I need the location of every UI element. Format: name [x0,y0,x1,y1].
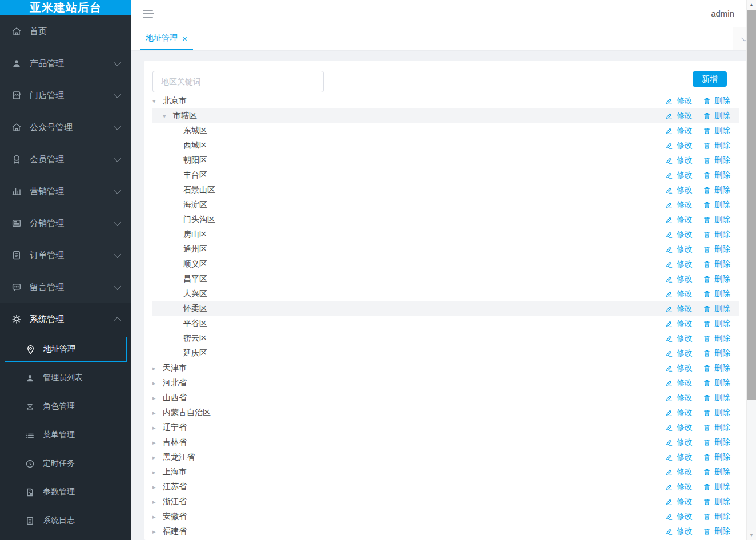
edit-button[interactable]: 修改 [665,422,693,433]
delete-button[interactable]: 删除 [703,244,730,255]
edit-button[interactable]: 修改 [665,482,693,492]
caret-open-icon[interactable]: ▾ [163,112,173,120]
edit-button[interactable]: 修改 [665,155,693,166]
delete-button[interactable]: 删除 [703,348,730,358]
delete-button[interactable]: 删除 [703,289,730,299]
tree-row[interactable]: ▸天津市修改删除 [152,361,739,376]
sidebar-item-3[interactable]: 公众号管理 [0,111,131,143]
delete-button[interactable]: 删除 [703,333,730,344]
sidebar-item-4[interactable]: 会员管理 [0,143,131,175]
caret-closed-icon[interactable]: ▸ [152,528,163,535]
page-scrollbar[interactable]: ▲ ▼ [746,0,756,540]
tree-row[interactable]: ▸上海市修改删除 [152,465,739,479]
caret-closed-icon[interactable]: ▸ [152,498,163,506]
edit-button[interactable]: 修改 [665,126,693,136]
delete-button[interactable]: 删除 [703,467,730,477]
user-menu[interactable]: admin [711,9,734,18]
tree-row[interactable]: 怀柔区修改删除 [152,301,739,316]
edit-button[interactable]: 修改 [665,215,693,225]
edit-button[interactable]: 修改 [665,437,693,448]
submenu-item-0[interactable]: 地址管理 [5,337,127,362]
sidebar-item-2[interactable]: 门店管理 [0,79,131,111]
submenu-item-1[interactable]: 管理员列表 [0,364,131,392]
edit-button[interactable]: 修改 [665,393,693,403]
caret-closed-icon[interactable]: ▸ [152,454,163,461]
tree-row[interactable]: ▸安徽省修改删除 [152,509,739,524]
delete-button[interactable]: 删除 [703,185,730,195]
delete-button[interactable]: 删除 [703,126,730,136]
delete-button[interactable]: 删除 [703,319,730,329]
edit-button[interactable]: 修改 [665,363,693,373]
caret-closed-icon[interactable]: ▸ [152,424,163,432]
delete-button[interactable]: 删除 [703,170,730,180]
caret-closed-icon[interactable]: ▸ [152,439,163,446]
delete-button[interactable]: 删除 [703,215,730,225]
tree-row[interactable]: ▸吉林省修改删除 [152,435,739,450]
edit-button[interactable]: 修改 [665,140,693,151]
caret-closed-icon[interactable]: ▸ [152,365,163,372]
tree-row[interactable]: 朝阳区修改删除 [152,153,739,168]
tree-row[interactable]: 石景山区修改删除 [152,183,739,198]
tree-row[interactable]: 西城区修改删除 [152,138,739,153]
edit-button[interactable]: 修改 [665,408,693,418]
caret-closed-icon[interactable]: ▸ [152,469,163,476]
sidebar-item-9[interactable]: 系统管理 [0,303,131,335]
edit-button[interactable]: 修改 [665,244,693,255]
tree-row[interactable]: 通州区修改删除 [152,242,739,257]
sidebar-item-7[interactable]: 订单管理 [0,239,131,271]
edit-button[interactable]: 修改 [665,229,693,240]
submenu-item-4[interactable]: 定时任务 [0,449,131,478]
delete-button[interactable]: 删除 [703,408,730,418]
tree-row[interactable]: 延庆区修改删除 [152,346,739,361]
submenu-item-5[interactable]: 参数管理 [0,478,131,506]
tree-row[interactable]: 海淀区修改删除 [152,198,739,212]
edit-button[interactable]: 修改 [665,526,693,537]
sidebar-item-0[interactable]: 首页 [0,15,131,47]
delete-button[interactable]: 删除 [703,422,730,433]
tree-row[interactable]: ▸内蒙古自治区修改删除 [152,405,739,420]
add-button[interactable]: 新增 [693,71,727,87]
edit-button[interactable]: 修改 [665,111,693,121]
edit-button[interactable]: 修改 [665,511,693,522]
tree-row[interactable]: ▸浙江省修改删除 [152,494,739,509]
tree-row[interactable]: ▸黑龙江省修改删除 [152,450,739,465]
tab-close-icon[interactable]: × [182,34,187,43]
delete-button[interactable]: 删除 [703,393,730,403]
delete-button[interactable]: 删除 [703,497,730,507]
edit-button[interactable]: 修改 [665,452,693,462]
edit-button[interactable]: 修改 [665,497,693,507]
edit-button[interactable]: 修改 [665,289,693,299]
edit-button[interactable]: 修改 [665,467,693,477]
scroll-up-icon[interactable]: ▲ [747,0,756,10]
delete-button[interactable]: 删除 [703,96,730,106]
region-search-input[interactable] [152,71,324,92]
sidebar-item-8[interactable]: 留言管理 [0,271,131,303]
edit-button[interactable]: 修改 [665,319,693,329]
sidebar-item-1[interactable]: 产品管理 [0,47,131,79]
delete-button[interactable]: 删除 [703,274,730,284]
edit-button[interactable]: 修改 [665,259,693,269]
tree-row[interactable]: 丰台区修改删除 [152,168,739,183]
submenu-item-3[interactable]: 菜单管理 [0,421,131,449]
tree-row[interactable]: ▸山西省修改删除 [152,390,739,405]
tree-row[interactable]: 昌平区修改删除 [152,272,739,287]
sidebar-item-5[interactable]: 营销管理 [0,175,131,207]
delete-button[interactable]: 删除 [703,482,730,492]
caret-closed-icon[interactable]: ▸ [152,409,163,417]
tree-row[interactable]: 密云区修改删除 [152,331,739,346]
edit-button[interactable]: 修改 [665,378,693,388]
tree-row[interactable]: ▾北京市修改删除 [152,94,739,108]
delete-button[interactable]: 删除 [703,111,730,121]
delete-button[interactable]: 删除 [703,452,730,462]
tree-row[interactable]: ▸江苏省修改删除 [152,479,739,494]
scrollbar-thumb[interactable] [747,10,756,400]
tree-row[interactable]: ▾市辖区修改删除 [152,108,739,123]
hamburger-menu-icon[interactable] [143,7,154,20]
sidebar-item-6[interactable]: 分销管理 [0,207,131,239]
tree-row[interactable]: 顺义区修改删除 [152,257,739,272]
edit-button[interactable]: 修改 [665,170,693,180]
caret-closed-icon[interactable]: ▸ [152,394,163,402]
delete-button[interactable]: 删除 [703,155,730,166]
caret-closed-icon[interactable]: ▸ [152,513,163,521]
delete-button[interactable]: 删除 [703,200,730,210]
